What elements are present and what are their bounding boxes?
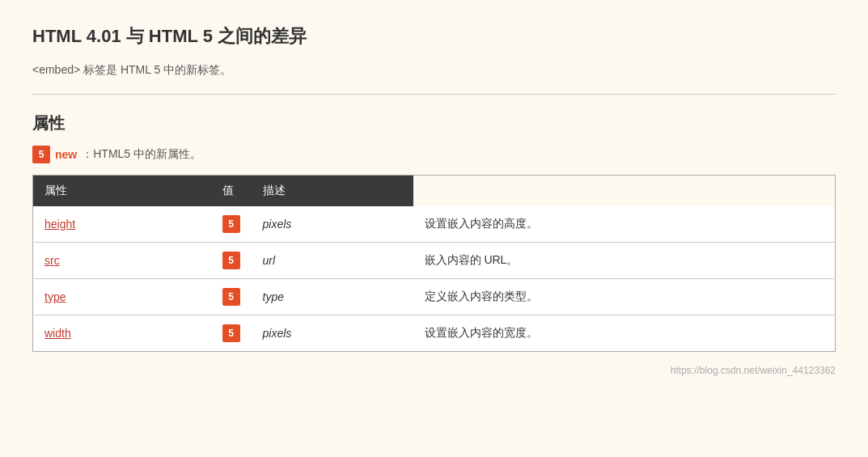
table-row: width5pixels设置嵌入内容的宽度。: [33, 315, 836, 352]
new-label: new: [55, 148, 77, 161]
table-header-row: 属性 值 描述: [33, 176, 836, 207]
section-title: 属性: [32, 112, 836, 134]
attr-value-type: type: [252, 279, 413, 315]
divider: [32, 94, 836, 95]
html5-badge-width: 5: [222, 324, 240, 342]
table-row: src5url嵌入内容的 URL。: [33, 243, 836, 279]
attr-link-width[interactable]: width: [44, 327, 71, 340]
attr-value-src: url: [252, 243, 413, 279]
html5-badge-type: 5: [222, 288, 240, 306]
attr-link-height[interactable]: height: [44, 218, 75, 231]
attr-link-src[interactable]: src: [44, 254, 60, 267]
attr-desc-src: 嵌入内容的 URL。: [413, 243, 836, 279]
html5-badge-height: 5: [222, 215, 240, 233]
page-title: HTML 4.01 与 HTML 5 之间的差异: [32, 24, 836, 49]
col-header-desc: 描述: [252, 176, 413, 207]
html5-badge-icon: 5: [32, 146, 50, 163]
table-row: height5pixels设置嵌入内容的高度。: [33, 206, 836, 243]
attr-desc-width: 设置嵌入内容的宽度。: [413, 315, 836, 352]
attr-desc-height: 设置嵌入内容的高度。: [413, 206, 836, 243]
new-badge-row: 5 new ：HTML5 中的新属性。: [32, 146, 836, 163]
attr-value-height: pixels: [252, 206, 413, 243]
attributes-table: 属性 值 描述 height5pixels设置嵌入内容的高度。src5url嵌入…: [32, 175, 836, 352]
attr-link-type[interactable]: type: [44, 290, 66, 303]
new-description: ：HTML5 中的新属性。: [82, 147, 201, 162]
attr-value-width: pixels: [252, 315, 413, 352]
footer-url: https://blog.csdn.net/weixin_44123362: [32, 365, 836, 376]
col-header-value: 值: [211, 176, 252, 207]
col-header-attr: 属性: [33, 176, 211, 207]
subtitle: <embed> 标签是 HTML 5 中的新标签。: [32, 63, 836, 78]
html5-badge-src: 5: [222, 252, 240, 269]
table-row: type5type定义嵌入内容的类型。: [33, 279, 836, 315]
attr-desc-type: 定义嵌入内容的类型。: [413, 279, 836, 315]
